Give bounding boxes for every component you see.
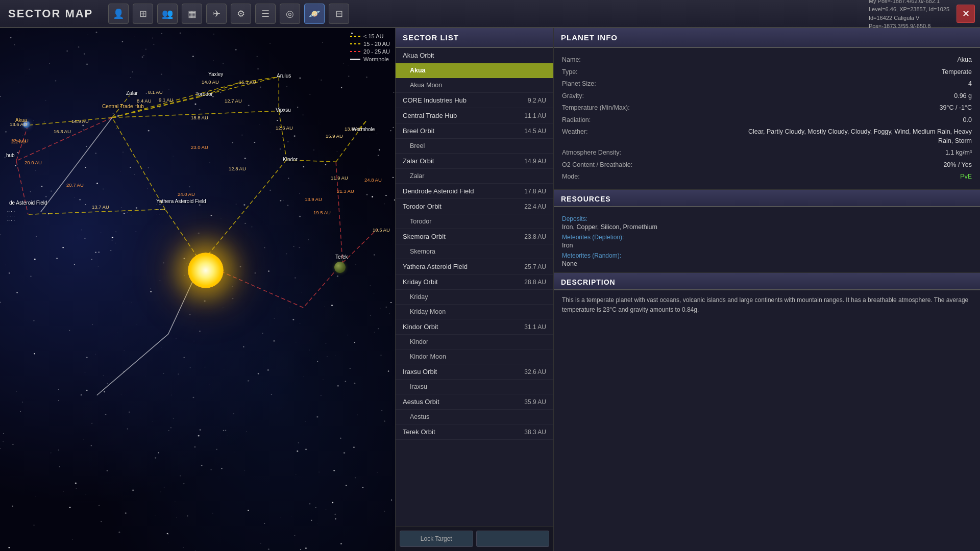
sector-item-au: 28.8 AU — [524, 279, 546, 286]
sector-list-item[interactable]: Yathera Asteroid Field25.7 AU — [396, 259, 553, 274]
sector-list-item[interactable]: Aestus — [396, 410, 553, 424]
info-label: Radiation: — [562, 116, 591, 125]
info-row: O2 Content / Breathable:20% / Yes — [562, 159, 972, 171]
svg-line-15 — [112, 117, 165, 209]
sector-item-au: 38.3 AU — [524, 429, 546, 436]
sector-item-name: Yathera Asteroid Field — [403, 263, 468, 270]
svg-line-17 — [16, 117, 112, 161]
missions-icon[interactable]: ☰ — [255, 4, 276, 24]
compass-icon[interactable]: ◎ — [280, 4, 300, 24]
sector-list-item[interactable]: Kindor — [396, 335, 553, 349]
sector-list-item[interactable]: Central Trade Hub11.1 AU — [396, 108, 553, 123]
sector-list-item[interactable]: Akua Orbit — [396, 48, 553, 63]
info-label: Weather: — [562, 128, 588, 145]
sector-item-au: 23.8 AU — [524, 233, 546, 240]
sector-list-content[interactable]: Akua OrbitAkuaAkua MoonCORE Industries H… — [396, 48, 553, 526]
map-legend: < 15 AU 15 - 20 AU 20 - 25 AU Wormhole — [350, 33, 390, 62]
planet-info-header: PLANET INFO — [554, 28, 980, 48]
planet-akua[interactable] — [23, 121, 30, 128]
sector-item-au: 9.2 AU — [528, 97, 546, 104]
description-section: This is a temperate planet with vast oce… — [554, 290, 980, 552]
svg-line-0 — [28, 117, 112, 125]
sector-item-name: Kriday — [410, 293, 428, 300]
sector-item-name: Dendrode Asteroid Field — [403, 187, 474, 195]
lock-target-button[interactable]: Lock Target — [400, 531, 473, 547]
info-row: Mode:PvE — [562, 171, 972, 183]
svg-line-26 — [41, 117, 112, 212]
ship-icon[interactable]: ✈ — [206, 4, 227, 24]
map-icon[interactable]: ⊞ — [133, 4, 153, 24]
svg-line-3 — [112, 83, 239, 118]
sector-list-item[interactable]: Torodor — [396, 214, 553, 229]
settings-icon[interactable]: ⊟ — [329, 4, 349, 24]
sector-item-name: Skemora Orbit — [403, 233, 446, 240]
close-button[interactable]: ✕ — [957, 5, 975, 23]
faction-icon[interactable]: 👥 — [157, 4, 178, 24]
info-label: Gravity: — [562, 92, 584, 101]
resources-header: RESOURCES — [554, 190, 980, 207]
sector-list-item[interactable]: Terek Orbit38.3 AU — [396, 424, 553, 440]
sector-list-item[interactable]: Akua — [396, 63, 553, 78]
sector-item-name: Iraxsu Orbit — [403, 368, 437, 375]
info-row: Radiation:0.0 — [562, 114, 972, 127]
sector-item-name: Akua Moon — [410, 82, 442, 89]
legend-20-25: 20 - 25 AU — [350, 48, 390, 55]
info-row: Gravity:0.96 g — [562, 90, 972, 103]
sector-list-item[interactable]: Aestus Orbit35.9 AU — [396, 394, 553, 410]
resources-section: Deposits:Iron, Copper, Silicon, Promethi… — [554, 207, 980, 273]
sector-list-item[interactable]: Akua Moon — [396, 78, 553, 93]
resource-label: Meteorites (Random): — [562, 252, 972, 259]
sector-map-icon[interactable]: 🪐 — [304, 4, 325, 24]
sector-item-name: Kindor Moon — [410, 353, 446, 360]
character-icon[interactable]: 👤 — [108, 4, 129, 24]
sector-item-au: 32.6 AU — [524, 368, 546, 375]
sector-list-item[interactable]: Breel Orbit14.5 AU — [396, 123, 553, 139]
sector-item-name: Torodor Orbit — [403, 203, 442, 210]
sector-list-item[interactable]: Iraxsu Orbit32.6 AU — [396, 364, 553, 380]
legend-lt15: < 15 AU — [350, 33, 390, 39]
right-panels: SECTOR LIST Akua OrbitAkuaAkua MoonCORE … — [396, 28, 980, 551]
sector-item-au: 25.7 AU — [524, 263, 546, 270]
sector-list-item[interactable]: Zalar Orbit14.9 AU — [396, 154, 553, 169]
sector-item-name: Zalar Orbit — [403, 157, 434, 165]
sector-item-name: Terek Orbit — [403, 428, 435, 436]
sector-item-name: Central Trade Hub — [403, 112, 457, 119]
sector-list-item[interactable]: Skemora — [396, 244, 553, 259]
sector-list-item[interactable]: Kriday — [396, 290, 553, 305]
sector-list-item[interactable]: CORE Industries Hub9.2 AU — [396, 93, 553, 108]
sector-item-name: Breel Orbit — [403, 127, 434, 135]
info-value: PvE — [960, 172, 972, 182]
skills-icon[interactable]: ⚙ — [231, 4, 251, 24]
sector-list-item[interactable]: Iraxsu — [396, 380, 553, 394]
sector-list-item[interactable]: Dendrode Asteroid Field17.8 AU — [396, 184, 553, 199]
sector-list-item[interactable]: Skemora Orbit23.8 AU — [396, 229, 553, 244]
sector-item-name: Torodor — [410, 218, 431, 225]
inventory-icon[interactable]: ▦ — [182, 4, 202, 24]
sector-list-item[interactable]: Kriday Orbit28.8 AU — [396, 274, 553, 290]
sector-list-item[interactable]: Torodor Orbit22.4 AU — [396, 199, 553, 214]
sector-list-item[interactable]: Kriday Moon — [396, 305, 553, 319]
main-content: ·· · ·· · ···· · · · ·· ··· ·· ·· · ·· <… — [0, 28, 980, 551]
info-row: Planet Size:4 — [562, 78, 972, 90]
player-id: Id=16422 Caligula V — [869, 14, 949, 22]
secondary-button[interactable] — [476, 531, 550, 547]
info-label: Mode: — [562, 172, 580, 182]
svg-line-13 — [201, 160, 286, 263]
sector-map[interactable]: ·· · ·· · ···· · · · ·· ··· ·· ·· · ·· <… — [0, 28, 396, 551]
sector-list-item[interactable]: Breel — [396, 139, 553, 154]
info-label: Name: — [562, 56, 581, 65]
sector-list-item[interactable]: Kindor Orbit31.1 AU — [396, 319, 553, 335]
svg-line-18 — [16, 125, 28, 161]
legend-wormhole: Wormhole — [350, 56, 390, 62]
sector-list-item[interactable]: Kindor Moon — [396, 349, 553, 364]
legend-15-20: 15 - 20 AU — [350, 41, 390, 47]
sector-item-au: 17.8 AU — [524, 188, 546, 195]
sector-list-item[interactable]: Zalar — [396, 169, 553, 184]
info-label: O2 Content / Breathable: — [562, 161, 632, 170]
svg-line-11 — [336, 121, 366, 162]
sector-list-footer: Lock Target — [396, 526, 553, 551]
sector-item-name: Aestus Orbit — [403, 398, 439, 406]
svg-line-12 — [357, 121, 366, 131]
planet-terek[interactable] — [334, 262, 346, 273]
info-row: Weather:Clear, Partly Cloudy, Mostly Clo… — [562, 126, 972, 147]
